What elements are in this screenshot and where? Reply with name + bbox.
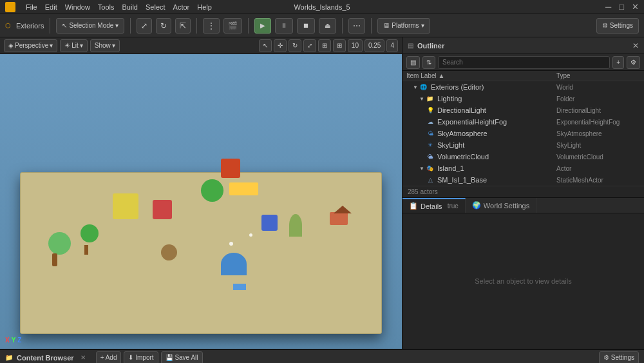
viewport-tools-right: ↖ ✛ ↻ ⤢ ⊞ ⊞ 10 0.25 4: [259, 39, 398, 52]
table-row[interactable]: ▼ 🎭 Island_1 Actor: [402, 162, 644, 174]
scale-btn[interactable]: ⇱: [175, 18, 191, 34]
main-toolbar: ⬡ Exteriors ↖ Selection Mode ▾ ⤢ ↻ ⇱ ⋮ 🎬…: [0, 14, 644, 37]
menu-file[interactable]: File: [26, 3, 37, 11]
transform-tool[interactable]: ⊞: [318, 39, 331, 52]
item-type-4: SkyAtmosphere: [556, 130, 640, 137]
separator-4: [248, 18, 249, 34]
outliner-add-btn[interactable]: +: [612, 56, 624, 69]
row-arrow-7: ▼: [419, 166, 424, 172]
outliner-columns: Item Label ▲ Type: [402, 71, 644, 81]
rotate-btn[interactable]: ↻: [156, 18, 171, 34]
col-label-header[interactable]: Item Label ▲: [406, 72, 556, 79]
table-row[interactable]: ▼ 🌐 Exteriors (Editor) World: [402, 81, 644, 93]
menu-select[interactable]: Select: [146, 3, 166, 11]
snap-btn[interactable]: ⋮: [203, 18, 220, 34]
tree-obj-1: [48, 232, 71, 255]
right-panel: ▤ Outliner ✕ ▤ ⇅ + ⚙ Item Label ▲ Type ▼…: [402, 37, 644, 349]
outliner-icon: ▤: [408, 42, 413, 49]
box-yellow-1: [113, 193, 138, 219]
play-btn[interactable]: ▶: [254, 18, 271, 34]
platforms-btn[interactable]: 🖥 Platforms ▾: [377, 18, 430, 34]
grid-icon[interactable]: ⊞: [333, 39, 346, 52]
outliner-title: Outliner: [417, 42, 444, 50]
select-tool[interactable]: ↖: [259, 39, 272, 52]
sun-icon: ☀: [64, 42, 70, 49]
outliner-sort-btn[interactable]: ⇅: [422, 56, 435, 69]
world-icon: 🌐: [419, 83, 428, 92]
import-btn[interactable]: ⬇ Import: [124, 351, 158, 364]
save-all-btn[interactable]: 💾 Save All: [161, 351, 203, 364]
mesh-icon: △: [426, 175, 435, 184]
mushroom-dot-1: [229, 242, 233, 246]
item-type-2: DirectionalLight: [556, 107, 640, 114]
outliner-filter-btn[interactable]: ▤: [406, 56, 420, 69]
move-tool[interactable]: ✛: [274, 39, 287, 52]
row-arrow-0: ▼: [413, 84, 418, 90]
tree-obj-3: [201, 179, 223, 202]
breadcrumb-label: Exteriors: [16, 22, 44, 30]
table-row[interactable]: 💡 DirectionalLight DirectionalLight: [402, 104, 644, 116]
row-arrow-1: ▼: [419, 96, 424, 102]
viewport[interactable]: X Y Z: [0, 54, 402, 349]
chevron-down-icon-4: ▾: [80, 42, 83, 49]
table-row[interactable]: ☀ SkyLight SkyLight: [402, 139, 644, 151]
outliner-search-input[interactable]: [438, 56, 610, 69]
item-label-1: Lighting: [437, 95, 556, 103]
rock-obj: [161, 244, 177, 260]
world-settings-icon: 🌍: [472, 201, 481, 210]
more-options-btn[interactable]: ⋯: [348, 18, 365, 34]
y-axis: Y: [12, 337, 16, 344]
menu-edit[interactable]: Edit: [45, 3, 57, 11]
stop-btn[interactable]: ⏹: [297, 18, 315, 34]
transform-btn[interactable]: ⤢: [137, 18, 152, 34]
tab-world-settings[interactable]: 🌍 World Settings: [466, 198, 536, 213]
maximize-btn[interactable]: □: [619, 2, 624, 12]
eject-btn[interactable]: ⏏: [319, 18, 336, 34]
add-btn[interactable]: + Add: [96, 351, 122, 364]
menu-window[interactable]: Window: [65, 3, 90, 11]
outliner-settings-btn[interactable]: ⚙: [627, 56, 640, 69]
platform-obj: [229, 182, 258, 195]
menu-build[interactable]: Build: [122, 3, 138, 11]
menu-help[interactable]: Help: [197, 3, 212, 11]
item-label-5: SkyLight: [437, 141, 556, 149]
details-close-btn[interactable]: true: [448, 202, 459, 210]
outliner-header: ▤ Outliner ✕: [402, 37, 644, 54]
window-title: Worlds_Islands_5: [294, 3, 350, 11]
table-row[interactable]: ☁ ExponentialHeightFog ExponentialHeight…: [402, 116, 644, 128]
table-row[interactable]: △ SM_Isl_1_Base StaticMeshActor: [402, 174, 644, 186]
rotate-tool[interactable]: ↻: [289, 39, 301, 52]
pause-btn[interactable]: ⏸: [275, 18, 293, 34]
x-axis: X: [5, 337, 10, 344]
chevron-down-icon: ▾: [115, 22, 118, 29]
cb-settings-btn[interactable]: ⚙ Settings: [599, 351, 639, 364]
lit-btn[interactable]: ☀ Lit ▾: [60, 39, 88, 52]
chevron-down-icon-3: ▾: [50, 42, 53, 49]
item-label-0: Exteriors (Editor): [431, 83, 556, 91]
scale-tool[interactable]: ⤢: [303, 39, 316, 52]
table-row[interactable]: 🌥 VolumetricCloud VolumetricCloud: [402, 151, 644, 162]
settings-btn[interactable]: ⚙ Settings: [596, 18, 639, 34]
tab-details[interactable]: 📋 Details true: [402, 198, 466, 213]
selection-mode-btn[interactable]: ↖ Selection Mode ▾: [56, 18, 124, 34]
scale-display: 0.25: [365, 39, 384, 52]
table-row[interactable]: 🌤 SkyAtmosphere SkyAtmosphere: [402, 128, 644, 139]
bottom-panel: 📁 Content Browser ✕ + Add ⬇ Import 💾 Sav…: [0, 349, 644, 363]
perspective-btn[interactable]: ◈ Perspective ▾: [4, 39, 57, 52]
menu-actor[interactable]: Actor: [173, 3, 190, 11]
close-btn[interactable]: ✕: [632, 2, 639, 12]
show-btn[interactable]: Show ▾: [90, 39, 120, 52]
content-browser-tab-close[interactable]: ✕: [80, 354, 86, 361]
details-icon: 📋: [409, 202, 418, 210]
menu-tools[interactable]: Tools: [98, 3, 115, 11]
content-browser-actions: + Add ⬇ Import 💾 Save All: [96, 351, 205, 364]
tree-obj-4: [289, 214, 302, 237]
titlebar: File Edit Window Tools Build Select Acto…: [0, 0, 644, 14]
outliner-close-btn[interactable]: ✕: [632, 41, 639, 50]
table-row[interactable]: ▼ 📁 Lighting Folder: [402, 93, 644, 104]
building-1: [221, 159, 240, 178]
titlebar-left: File Edit Window Tools Build Select Acto…: [5, 2, 212, 12]
minimize-btn[interactable]: ─: [605, 2, 611, 12]
outliner-toolbar: ▤ ⇅ + ⚙: [402, 54, 644, 71]
camera-btn[interactable]: 🎬: [223, 18, 242, 34]
